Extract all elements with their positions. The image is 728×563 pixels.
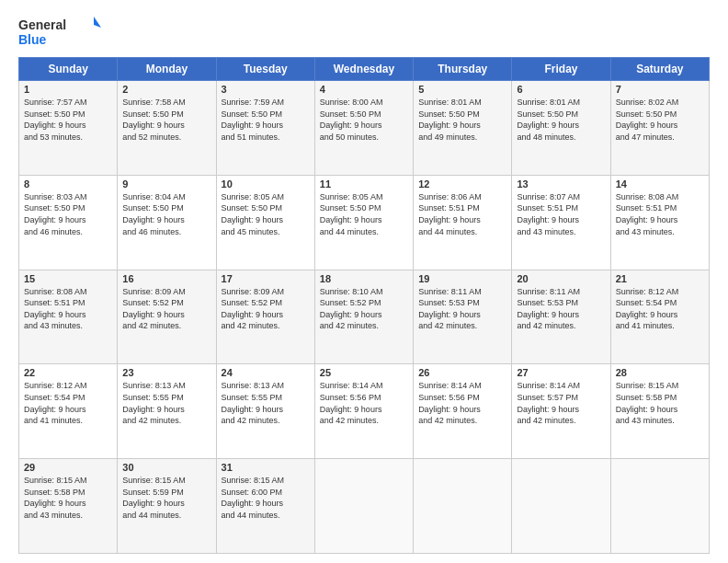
calendar-cell: 25Sunrise: 8:14 AM Sunset: 5:56 PM Dayli… [314,364,413,459]
week-row-1: 1Sunrise: 7:57 AM Sunset: 5:50 PM Daylig… [19,81,710,176]
day-info: Sunrise: 8:12 AM Sunset: 5:54 PM Dayligh… [616,286,704,332]
svg-text:General: General [18,17,66,32]
calendar-cell: 28Sunrise: 8:15 AM Sunset: 5:58 PM Dayli… [610,364,709,459]
week-row-4: 22Sunrise: 8:12 AM Sunset: 5:54 PM Dayli… [19,364,710,459]
calendar-cell: 6Sunrise: 8:01 AM Sunset: 5:50 PM Daylig… [512,81,610,176]
calendar-cell: 17Sunrise: 8:09 AM Sunset: 5:52 PM Dayli… [216,270,314,364]
calendar-cell: 31Sunrise: 8:15 AM Sunset: 6:00 PM Dayli… [216,459,314,554]
calendar-cell: 13Sunrise: 8:07 AM Sunset: 5:51 PM Dayli… [512,175,610,270]
day-info: Sunrise: 8:06 AM Sunset: 5:51 PM Dayligh… [418,191,506,237]
day-number: 31 [222,462,310,473]
calendar-cell: 24Sunrise: 8:13 AM Sunset: 5:55 PM Dayli… [216,364,314,459]
calendar-cell: 3Sunrise: 7:59 AM Sunset: 5:50 PM Daylig… [216,81,314,176]
calendar-cell: 23Sunrise: 8:13 AM Sunset: 5:55 PM Dayli… [118,364,216,459]
calendar-cell: 9Sunrise: 8:04 AM Sunset: 5:50 PM Daylig… [118,175,216,270]
day-number: 2 [122,84,210,95]
day-info: Sunrise: 8:03 AM Sunset: 5:50 PM Dayligh… [24,191,112,237]
day-number: 14 [616,178,704,190]
logo: General Blue [18,15,101,48]
calendar-cell [512,459,610,554]
day-info: Sunrise: 8:05 AM Sunset: 5:50 PM Dayligh… [320,191,408,237]
svg-marker-2 [94,17,101,28]
week-row-3: 15Sunrise: 8:08 AM Sunset: 5:51 PM Dayli… [19,270,710,364]
calendar-cell: 1Sunrise: 7:57 AM Sunset: 5:50 PM Daylig… [19,81,118,176]
day-number: 21 [616,273,704,284]
day-info: Sunrise: 8:10 AM Sunset: 5:52 PM Dayligh… [320,286,408,332]
calendar-cell: 22Sunrise: 8:12 AM Sunset: 5:54 PM Dayli… [19,364,118,459]
day-number: 5 [418,84,506,95]
calendar-cell: 26Sunrise: 8:14 AM Sunset: 5:56 PM Dayli… [414,364,512,459]
day-info: Sunrise: 8:11 AM Sunset: 5:53 PM Dayligh… [418,286,506,332]
day-number: 11 [320,178,408,190]
weekday-header-row: SundayMondayTuesdayWednesdayThursdayFrid… [19,58,710,81]
day-number: 4 [320,84,408,95]
calendar-cell: 27Sunrise: 8:14 AM Sunset: 5:57 PM Dayli… [512,364,610,459]
day-info: Sunrise: 8:15 AM Sunset: 5:58 PM Dayligh… [24,475,112,521]
calendar-cell: 10Sunrise: 8:05 AM Sunset: 5:50 PM Dayli… [216,175,314,270]
calendar-cell: 19Sunrise: 8:11 AM Sunset: 5:53 PM Dayli… [414,270,512,364]
calendar-cell: 29Sunrise: 8:15 AM Sunset: 5:58 PM Dayli… [19,459,118,554]
weekday-header-tuesday: Tuesday [216,58,314,81]
calendar-cell: 14Sunrise: 8:08 AM Sunset: 5:51 PM Dayli… [610,175,709,270]
day-number: 13 [517,178,605,190]
day-info: Sunrise: 8:08 AM Sunset: 5:51 PM Dayligh… [616,191,704,237]
day-info: Sunrise: 7:58 AM Sunset: 5:50 PM Dayligh… [122,97,210,143]
day-number: 18 [320,273,408,284]
day-number: 25 [320,367,408,378]
calendar-cell: 16Sunrise: 8:09 AM Sunset: 5:52 PM Dayli… [118,270,216,364]
day-info: Sunrise: 8:15 AM Sunset: 6:00 PM Dayligh… [222,475,310,521]
day-number: 20 [517,273,605,284]
day-info: Sunrise: 7:59 AM Sunset: 5:50 PM Dayligh… [222,97,310,143]
calendar-cell: 18Sunrise: 8:10 AM Sunset: 5:52 PM Dayli… [314,270,413,364]
day-info: Sunrise: 8:12 AM Sunset: 5:54 PM Dayligh… [24,380,112,426]
day-info: Sunrise: 8:13 AM Sunset: 5:55 PM Dayligh… [222,380,310,426]
calendar-cell [414,459,512,554]
weekday-header-thursday: Thursday [414,58,512,81]
day-info: Sunrise: 8:04 AM Sunset: 5:50 PM Dayligh… [122,191,210,237]
day-info: Sunrise: 8:15 AM Sunset: 5:59 PM Dayligh… [122,475,210,521]
day-info: Sunrise: 8:09 AM Sunset: 5:52 PM Dayligh… [122,286,210,332]
day-info: Sunrise: 8:14 AM Sunset: 5:56 PM Dayligh… [320,380,408,426]
day-number: 15 [24,273,112,284]
day-number: 12 [418,178,506,190]
day-info: Sunrise: 8:07 AM Sunset: 5:51 PM Dayligh… [517,191,605,237]
header: General Blue [18,15,710,48]
day-number: 27 [517,367,605,378]
weekday-header-monday: Monday [118,58,216,81]
day-number: 9 [122,178,210,190]
day-number: 6 [517,84,605,95]
calendar-cell: 5Sunrise: 8:01 AM Sunset: 5:50 PM Daylig… [414,81,512,176]
calendar-cell: 30Sunrise: 8:15 AM Sunset: 5:59 PM Dayli… [118,459,216,554]
day-number: 26 [418,367,506,378]
calendar-cell: 21Sunrise: 8:12 AM Sunset: 5:54 PM Dayli… [610,270,709,364]
day-number: 23 [122,367,210,378]
weekday-header-friday: Friday [512,58,610,81]
day-info: Sunrise: 8:14 AM Sunset: 5:56 PM Dayligh… [418,380,506,426]
weekday-header-saturday: Saturday [610,58,709,81]
calendar-table: SundayMondayTuesdayWednesdayThursdayFrid… [18,57,710,554]
calendar-cell [314,459,413,554]
calendar-cell: 7Sunrise: 8:02 AM Sunset: 5:50 PM Daylig… [610,81,709,176]
day-number: 24 [222,367,310,378]
day-number: 10 [222,178,310,190]
day-info: Sunrise: 8:14 AM Sunset: 5:57 PM Dayligh… [517,380,605,426]
day-info: Sunrise: 8:05 AM Sunset: 5:50 PM Dayligh… [222,191,310,237]
day-number: 29 [24,462,112,473]
day-info: Sunrise: 8:01 AM Sunset: 5:50 PM Dayligh… [517,97,605,143]
calendar-cell: 2Sunrise: 7:58 AM Sunset: 5:50 PM Daylig… [118,81,216,176]
day-number: 19 [418,273,506,284]
calendar-cell: 11Sunrise: 8:05 AM Sunset: 5:50 PM Dayli… [314,175,413,270]
day-info: Sunrise: 7:57 AM Sunset: 5:50 PM Dayligh… [24,97,112,143]
day-number: 3 [222,84,310,95]
day-number: 16 [122,273,210,284]
calendar-cell: 12Sunrise: 8:06 AM Sunset: 5:51 PM Dayli… [414,175,512,270]
day-number: 1 [24,84,112,95]
week-row-5: 29Sunrise: 8:15 AM Sunset: 5:58 PM Dayli… [19,459,710,554]
page: General Blue SundayMondayTuesdayWednesda… [0,0,728,563]
day-info: Sunrise: 8:00 AM Sunset: 5:50 PM Dayligh… [320,97,408,143]
calendar-cell: 4Sunrise: 8:00 AM Sunset: 5:50 PM Daylig… [314,81,413,176]
day-number: 30 [122,462,210,473]
day-info: Sunrise: 8:09 AM Sunset: 5:52 PM Dayligh… [222,286,310,332]
day-info: Sunrise: 8:11 AM Sunset: 5:53 PM Dayligh… [517,286,605,332]
day-number: 7 [616,84,704,95]
